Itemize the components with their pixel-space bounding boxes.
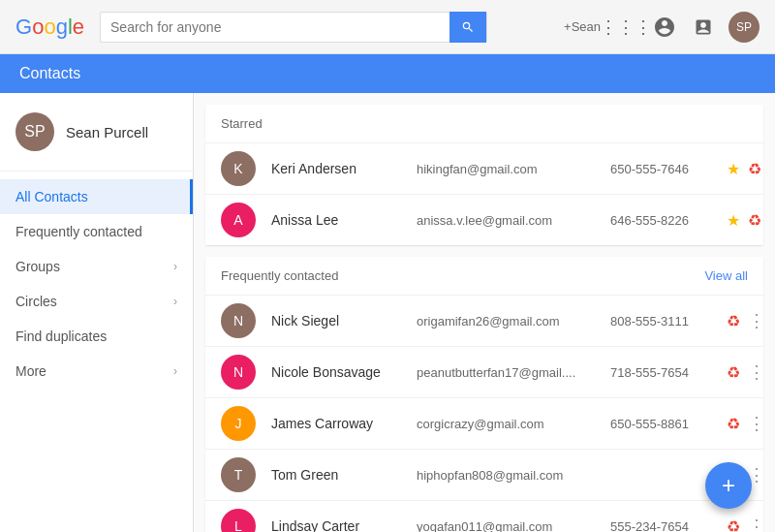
account-icon[interactable] (651, 14, 678, 41)
apps-icon[interactable]: ⋮⋮⋮ (612, 14, 639, 41)
avatar: N (221, 355, 256, 390)
notifications-icon[interactable] (690, 14, 717, 41)
google-contact-icon[interactable]: ♻ (748, 160, 761, 178)
contact-name: Nicole Bonsavage (271, 364, 417, 380)
contact-row[interactable]: J James Carroway corgicrazy@gmail.com 65… (205, 397, 763, 449)
contacts-header: Contacts (0, 54, 775, 93)
more-options-icon[interactable]: ⋮ (769, 211, 775, 229)
sidebar-user: SP Sean Purcell (0, 93, 193, 172)
contact-email: hikingfan@gmail.com (417, 162, 610, 176)
sidebar-item-frequently-contacted[interactable]: Frequently contacted (0, 214, 193, 249)
chevron-right-icon: › (173, 295, 177, 308)
more-options-icon[interactable]: ⋮ (748, 517, 765, 532)
search-bar (100, 12, 487, 43)
contact-phone: 646-555-8226 (610, 213, 727, 228)
contact-name: Nick Siegel (271, 313, 417, 329)
sidebar-item-more[interactable]: More › (0, 354, 193, 389)
sidebar-item-label: All Contacts (16, 189, 88, 204)
avatar: SP (16, 112, 54, 151)
star-icon[interactable]: ★ (727, 160, 740, 178)
contact-email: yogafan011@gmail.com (417, 519, 610, 533)
starred-section: Starred K Keri Andersen hikingfan@gmail.… (205, 105, 763, 245)
topbar-right: +Sean ⋮⋮⋮ SP (564, 12, 760, 43)
sidebar-item-label: Frequently contacted (16, 224, 142, 239)
contact-phone: 555-234-7654 (610, 519, 727, 533)
contact-email: anissa.v.lee@gmail.com (417, 213, 610, 228)
plus-sean[interactable]: +Sean (564, 19, 601, 34)
view-all-link[interactable]: View all (704, 268, 748, 283)
avatar: N (221, 303, 256, 338)
sidebar: SP Sean Purcell All Contacts Frequently … (0, 93, 194, 532)
contact-email: peanutbutterfan17@gmail.... (417, 365, 610, 380)
chevron-right-icon: › (173, 364, 177, 378)
contact-phone: 650-555-8861 (610, 417, 727, 431)
frequently-contacted-section: Frequently contacted View all N Nick Sie… (205, 257, 763, 532)
add-contact-fab[interactable]: + (705, 462, 752, 509)
contact-name: Anissa Lee (271, 212, 417, 228)
starred-title: Starred (221, 116, 263, 131)
sidebar-item-label: Groups (16, 259, 60, 274)
sidebar-item-groups[interactable]: Groups › (0, 249, 193, 284)
google-contact-icon[interactable]: ♻ (727, 312, 740, 330)
more-options-icon[interactable]: ⋮ (748, 363, 765, 381)
google-contact-icon[interactable]: ♻ (727, 363, 740, 382)
sidebar-item-find-duplicates[interactable]: Find duplicates (0, 319, 193, 354)
avatar: K (221, 151, 256, 186)
contact-actions: ♻ ⋮ (727, 415, 765, 433)
google-contact-icon[interactable]: ♻ (748, 211, 761, 230)
more-options-icon[interactable]: ⋮ (769, 160, 775, 177)
contact-row[interactable]: K Keri Andersen hikingfan@gmail.com 650-… (205, 142, 763, 194)
sidebar-item-all-contacts[interactable]: All Contacts (0, 179, 193, 214)
contact-row[interactable]: N Nick Siegel origamifan26@gmail.com 808… (205, 295, 763, 346)
main-layout: SP Sean Purcell All Contacts Frequently … (0, 93, 775, 532)
more-options-icon[interactable]: ⋮ (748, 415, 765, 432)
frequently-contacted-header: Frequently contacted View all (205, 257, 763, 295)
contact-actions: ★ ♻ ⋮ (727, 160, 775, 178)
sidebar-item-label: Circles (16, 294, 57, 309)
contact-email: origamifan26@gmail.com (417, 314, 610, 329)
contact-actions: ♻ ⋮ (727, 363, 765, 382)
star-icon[interactable]: ★ (727, 211, 740, 230)
content-area: Starred K Keri Andersen hikingfan@gmail.… (194, 93, 775, 532)
google-contact-icon[interactable]: ♻ (727, 415, 740, 433)
more-options-icon[interactable]: ⋮ (748, 312, 765, 329)
contact-row[interactable]: T Tom Green hiphopfan808@gmail.com ♻ ⋮ (205, 449, 763, 500)
contact-row[interactable]: N Nicole Bonsavage peanutbutterfan17@gma… (205, 346, 763, 397)
avatar: L (221, 509, 256, 532)
contact-name: Keri Andersen (271, 161, 417, 176)
search-button[interactable] (450, 12, 486, 43)
contact-email: corgicrazy@gmail.com (417, 417, 610, 431)
contact-row[interactable]: L Lindsay Carter yogafan011@gmail.com 55… (205, 500, 763, 532)
sidebar-item-label: More (16, 363, 46, 379)
avatar: A (221, 203, 256, 237)
google-contact-icon[interactable]: ♻ (727, 517, 740, 533)
topbar: Google +Sean ⋮⋮⋮ SP (0, 0, 775, 54)
contact-actions: ♻ ⋮ (727, 517, 765, 533)
google-logo: Google (16, 15, 84, 40)
contact-phone: 718-555-7654 (610, 365, 727, 380)
chevron-right-icon: › (173, 260, 177, 273)
sidebar-nav: All Contacts Frequently contacted Groups… (0, 172, 193, 396)
search-input[interactable] (101, 19, 450, 35)
contacts-title: Contacts (19, 65, 80, 82)
contact-email: hiphopfan808@gmail.com (417, 468, 610, 483)
frequently-contacted-title: Frequently contacted (221, 268, 338, 283)
avatar: T (221, 457, 256, 492)
sidebar-item-label: Find duplicates (16, 329, 107, 344)
contact-phone: 650-555-7646 (610, 162, 727, 176)
user-avatar[interactable]: SP (728, 12, 760, 43)
avatar: J (221, 406, 256, 441)
contact-phone: 808-555-3111 (610, 314, 727, 329)
contact-name: James Carroway (271, 416, 417, 431)
sidebar-username: Sean Purcell (66, 124, 148, 141)
contact-name: Lindsay Carter (271, 518, 417, 532)
starred-section-header: Starred (205, 105, 763, 142)
contact-actions: ★ ♻ ⋮ (727, 211, 775, 230)
contact-row[interactable]: A Anissa Lee anissa.v.lee@gmail.com 646-… (205, 194, 763, 245)
contact-name: Tom Green (271, 467, 417, 483)
contact-actions: ♻ ⋮ (727, 312, 765, 330)
sidebar-item-circles[interactable]: Circles › (0, 284, 193, 319)
add-icon: + (722, 472, 735, 499)
